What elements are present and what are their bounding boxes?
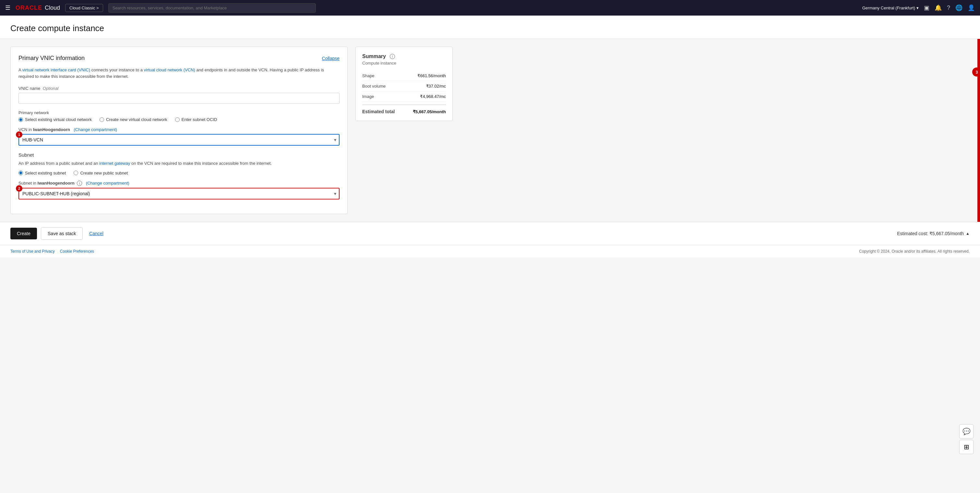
summary-panel: Summary i Compute instance Shape ₹661.56…: [355, 47, 453, 214]
desc-text-1: A: [19, 67, 22, 72]
boot-volume-label: Boot volume: [362, 84, 386, 89]
create-new-public-subnet-radio[interactable]: [73, 170, 78, 175]
subnet-description: An IP address from a public subnet and a…: [19, 160, 339, 167]
footer-links: Terms of Use and Privacy Cookie Preferen…: [10, 249, 94, 254]
subnet-radio-group: Select existing subnet Create new public…: [19, 170, 339, 175]
internet-gateway-link[interactable]: internet gateway: [99, 161, 130, 166]
select-existing-vcn-label: Select existing virtual cloud network: [25, 117, 92, 122]
footer: Terms of Use and Privacy Cookie Preferen…: [0, 245, 980, 258]
create-new-vcn-option[interactable]: Create new virtual cloud network: [100, 117, 167, 122]
globe-icon[interactable]: 🌐: [955, 4, 963, 11]
card-title: Primary VNIC information: [19, 55, 84, 62]
vnic-name-label: VNIC name Optional: [19, 86, 339, 91]
step-3-badge: 3: [972, 67, 980, 76]
estimated-total-value: ₹5,667.05/month: [413, 109, 446, 114]
enter-subnet-ocid-label: Enter subnet OCID: [181, 117, 217, 122]
user-icon[interactable]: 👤: [968, 4, 975, 11]
summary-row-boot-volume: Boot volume ₹37.02/mc: [362, 81, 446, 91]
vnic-description: A virtual network interface card (VNIC) …: [19, 67, 339, 80]
shape-label: Shape: [362, 73, 375, 78]
vnic-card: Primary VNIC information Collapse A virt…: [10, 47, 348, 214]
menu-icon[interactable]: ☰: [5, 4, 10, 11]
subnet-compartment-name: IwanHoogendoorn: [38, 181, 75, 186]
cloud-classic-button[interactable]: Cloud Classic >: [65, 4, 103, 12]
summary-total-row: Estimated total ₹5,667.05/month: [362, 105, 446, 114]
save-as-stack-button[interactable]: Save as stack: [41, 227, 83, 240]
vcn-compartment-label: VCN in IwanHoogendoorn (Change compartme…: [19, 127, 339, 132]
shape-value: ₹661.56/month: [417, 73, 446, 78]
vcn-select-container: 1 HUB-VCN ▾: [19, 134, 339, 146]
primary-network-radio-group: Select existing virtual cloud network Cr…: [19, 117, 339, 122]
summary-row-image: Image ₹4,968.47/mc: [362, 91, 446, 102]
estimated-total-label: Estimated total: [362, 109, 395, 114]
summary-subtitle: Compute instance: [362, 60, 446, 65]
cookie-link[interactable]: Cookie Preferences: [60, 249, 94, 254]
vcn-link[interactable]: virtual cloud network (VCN): [144, 67, 195, 72]
create-button[interactable]: Create: [10, 228, 37, 239]
region-label: Germany Central (Frankfurt): [862, 5, 915, 10]
page-title: Create compute instance: [10, 23, 970, 33]
image-value: ₹4,968.47/mc: [420, 94, 446, 99]
create-new-public-subnet-label: Create new public subnet: [80, 170, 128, 175]
vnic-name-input[interactable]: [19, 93, 339, 104]
cancel-button[interactable]: Cancel: [87, 228, 106, 239]
subnet-change-compartment-link[interactable]: (Change compartment): [86, 181, 129, 186]
collapse-link[interactable]: Collapse: [322, 56, 339, 61]
subnet-compartment-label: Subnet in IwanHoogendoorn i (Change comp…: [19, 181, 339, 186]
cloud-text: Cloud: [45, 5, 60, 11]
summary-card: Summary i Compute instance Shape ₹661.56…: [355, 47, 453, 121]
notifications-icon[interactable]: 🔔: [935, 4, 942, 11]
create-new-vcn-radio[interactable]: [100, 118, 104, 122]
create-new-public-subnet-option[interactable]: Create new public subnet: [73, 170, 128, 175]
select-existing-vcn-option[interactable]: Select existing virtual cloud network: [19, 117, 92, 122]
vnic-name-optional: Optional: [43, 86, 58, 91]
cost-chevron-icon[interactable]: ▲: [966, 231, 970, 236]
subnet-select-container: 2 PUBLIC-SUBNET-HUB (regional) ▾: [19, 188, 339, 199]
select-existing-subnet-label: Select existing subnet: [25, 170, 66, 175]
summary-row-shape: Shape ₹661.56/month: [362, 71, 446, 81]
select-existing-subnet-option[interactable]: Select existing subnet: [19, 170, 66, 175]
boot-volume-value: ₹37.02/mc: [426, 84, 446, 89]
terms-link[interactable]: Terms of Use and Privacy: [10, 249, 55, 254]
subnet-info-icon[interactable]: i: [77, 181, 82, 186]
primary-network-label: Primary network: [19, 110, 339, 115]
subnet-group: Subnet An IP address from a public subne…: [19, 152, 339, 199]
vcn-compartment-name: IwanHoogendoorn: [33, 127, 70, 132]
copyright-text: Copyright © 2024, Oracle and/or its affi…: [859, 249, 970, 254]
top-navigation: ☰ ORACLE Cloud Cloud Classic > Germany C…: [0, 0, 980, 16]
terminal-icon[interactable]: ▣: [924, 4, 929, 11]
summary-header: Summary i: [362, 54, 446, 59]
subnet-heading: Subnet: [19, 152, 339, 157]
summary-title: Summary: [362, 54, 386, 59]
page-body: Primary VNIC information Collapse A virt…: [0, 39, 980, 222]
page-header: Create compute instance: [0, 16, 980, 39]
select-existing-subnet-radio[interactable]: [19, 170, 23, 175]
help-icon[interactable]: ?: [947, 5, 950, 11]
image-label: Image: [362, 94, 374, 99]
vcn-change-compartment-link[interactable]: (Change compartment): [74, 127, 118, 132]
estimated-cost-bar: Estimated cost: ₹5,667.05/month ▲: [897, 231, 970, 236]
summary-info-icon[interactable]: i: [390, 54, 395, 59]
primary-network-group: Primary network Select existing virtual …: [19, 110, 339, 146]
card-header: Primary VNIC information Collapse: [19, 55, 339, 62]
subnet-badge: 2: [16, 185, 22, 192]
oracle-logo: ORACLE: [16, 5, 42, 11]
estimated-cost-label: Estimated cost: ₹5,667.05/month: [897, 231, 964, 236]
desc-text-2: connects your instance to a: [90, 67, 144, 72]
enter-subnet-ocid-option[interactable]: Enter subnet OCID: [175, 117, 217, 122]
vcn-select[interactable]: HUB-VCN: [19, 134, 339, 146]
select-existing-vcn-radio[interactable]: [19, 118, 23, 122]
subnet-select[interactable]: PUBLIC-SUBNET-HUB (regional): [19, 188, 339, 199]
vnic-link[interactable]: virtual network interface card (VNIC): [22, 67, 91, 72]
region-chevron-icon: ▾: [916, 5, 919, 10]
create-new-vcn-label: Create new virtual cloud network: [106, 117, 167, 122]
enter-subnet-ocid-radio[interactable]: [175, 118, 180, 122]
search-input[interactable]: [108, 3, 316, 13]
red-scrollbar: [977, 39, 980, 222]
main-content: Primary VNIC information Collapse A virt…: [10, 47, 348, 214]
region-selector[interactable]: Germany Central (Frankfurt) ▾: [862, 5, 919, 10]
bottom-bar: Create Save as stack Cancel Estimated co…: [0, 222, 980, 245]
vcn-badge: 1: [16, 131, 22, 138]
topnav-icons: ▣ 🔔 ? 🌐 👤: [924, 4, 975, 11]
vnic-name-group: VNIC name Optional: [19, 86, 339, 104]
